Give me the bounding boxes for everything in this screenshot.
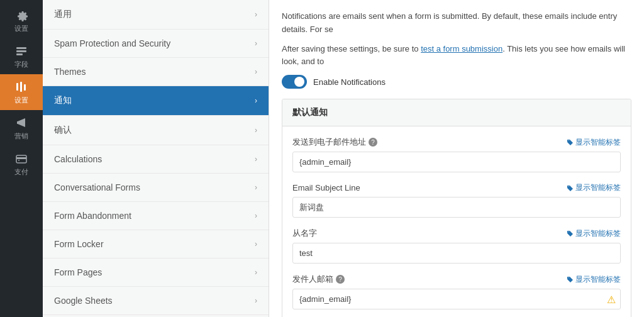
- chevron-sheets: ›: [255, 296, 257, 305]
- fields-icon: [15, 45, 28, 57]
- test-submission-link[interactable]: test a form submission: [421, 44, 502, 53]
- svg-rect-1: [16, 50, 26, 52]
- nav-item-abandonment[interactable]: Form Abandonment ›: [43, 202, 269, 230]
- svg-rect-4: [20, 82, 22, 92]
- card-body: 发送到电子邮件地址 ? 显示智能标签: [282, 126, 631, 317]
- chevron-notifications: ›: [255, 96, 257, 105]
- icon-bar-settings-label: 设置: [14, 24, 28, 33]
- smart-tag-from-name[interactable]: 显示智能标签: [566, 228, 621, 239]
- chevron-calculations: ›: [255, 155, 257, 164]
- tag-icon-from-email: [566, 275, 574, 283]
- label-send-to: 发送到电子邮件地址 ?: [292, 136, 377, 148]
- tag-icon-subject: [566, 184, 574, 192]
- chevron-themes: ›: [255, 67, 257, 76]
- icon-bar-settings[interactable]: 设置: [0, 3, 43, 38]
- enable-notifications-row: Enable Notifications: [282, 75, 631, 89]
- svg-rect-8: [16, 157, 26, 159]
- card-header: 默认通知: [282, 99, 631, 126]
- chevron-abandonment: ›: [255, 211, 257, 220]
- icon-bar: 设置 字段 设置 营销 支付: [0, 0, 43, 317]
- payment-icon: [15, 152, 28, 165]
- input-from-email[interactable]: [292, 289, 621, 309]
- icon-bar-config-label: 设置: [14, 96, 28, 105]
- description-2: After saving these settings, be sure to …: [282, 43, 631, 69]
- nav-item-locker[interactable]: Form Locker ›: [43, 230, 269, 259]
- label-subject: Email Subject Line: [292, 183, 360, 192]
- form-row-from-name: 从名字 显示智能标签: [292, 228, 621, 264]
- enable-notifications-toggle[interactable]: [282, 75, 307, 89]
- chevron-confirmation: ›: [255, 126, 257, 135]
- nav-item-sheets[interactable]: Google Sheets ›: [43, 287, 269, 315]
- nav-item-notifications[interactable]: 通知 ›: [43, 86, 269, 116]
- input-send-to[interactable]: [292, 152, 621, 172]
- smart-tag-send-to[interactable]: 显示智能标签: [566, 137, 621, 148]
- chevron-general: ›: [255, 10, 257, 19]
- card-title: 默认通知: [292, 107, 328, 117]
- svg-rect-3: [16, 83, 18, 91]
- form-row-subject: Email Subject Line 显示智能标签: [292, 182, 621, 218]
- nav-item-pages[interactable]: Form Pages ›: [43, 259, 269, 287]
- input-from-name[interactable]: [292, 243, 621, 264]
- main-content: Notifications are emails sent when a for…: [269, 0, 644, 317]
- icon-bar-config[interactable]: 设置: [0, 74, 43, 110]
- sliders-icon: [15, 81, 28, 93]
- smart-tag-from-email[interactable]: 显示智能标签: [566, 274, 621, 285]
- chevron-conversational: ›: [255, 183, 257, 192]
- notifications-card: 默认通知 发送到电子邮件地址 ? 显示智能标签: [282, 99, 631, 317]
- icon-bar-fields[interactable]: 字段: [0, 38, 43, 74]
- icon-bar-fields-label: 字段: [14, 60, 28, 69]
- chevron-pages: ›: [255, 268, 257, 277]
- input-subject[interactable]: [292, 197, 621, 218]
- smart-tag-subject[interactable]: 显示智能标签: [566, 182, 621, 193]
- icon-bar-marketing[interactable]: 营销: [0, 110, 43, 146]
- form-row-from-email: 发件人邮箱 ? 显示智能标签 ⚠: [292, 274, 621, 309]
- tag-icon-send-to: [566, 138, 574, 146]
- gear-icon: [15, 9, 28, 21]
- icon-bar-payment[interactable]: 支付: [0, 146, 43, 182]
- nav-item-confirmation[interactable]: 确认 ›: [43, 116, 269, 145]
- nav-item-themes[interactable]: Themes ›: [43, 58, 269, 86]
- side-nav: 通用 › Spam Protection and Security › Them…: [43, 0, 269, 317]
- nav-item-conversational[interactable]: Conversational Forms ›: [43, 174, 269, 202]
- enable-notifications-label: Enable Notifications: [313, 77, 386, 87]
- svg-rect-6: [17, 121, 18, 124]
- label-from-name: 从名字: [292, 228, 317, 239]
- icon-bar-payment-label: 支付: [14, 167, 28, 177]
- icon-bar-marketing-label: 营销: [14, 131, 28, 141]
- warning-icon-from-email: ⚠: [607, 293, 616, 305]
- svg-point-9: [18, 160, 19, 161]
- svg-rect-0: [16, 47, 26, 49]
- tag-icon-from-name: [566, 230, 574, 237]
- chevron-locker: ›: [255, 240, 257, 248]
- marketing-icon: [15, 116, 28, 129]
- help-icon-send-to[interactable]: ?: [369, 138, 377, 147]
- help-icon-from-email[interactable]: ?: [336, 275, 345, 284]
- nav-item-general[interactable]: 通用 ›: [43, 0, 269, 30]
- label-from-email: 发件人邮箱 ?: [292, 274, 345, 285]
- svg-rect-5: [24, 84, 26, 91]
- nav-item-spam[interactable]: Spam Protection and Security ›: [43, 30, 269, 58]
- nav-item-calculations[interactable]: Calculations ›: [43, 145, 269, 174]
- description-1: Notifications are emails sent when a for…: [282, 10, 631, 36]
- svg-rect-2: [16, 53, 23, 55]
- chevron-spam: ›: [255, 39, 257, 48]
- form-row-send-to: 发送到电子邮件地址 ? 显示智能标签: [292, 136, 621, 172]
